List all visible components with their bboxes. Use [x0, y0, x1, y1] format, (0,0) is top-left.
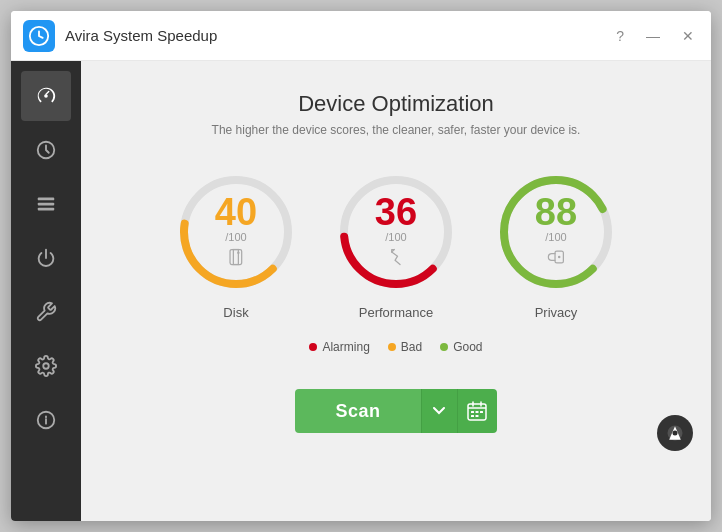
- disk-gauge-center: 40 /100: [215, 193, 257, 271]
- performance-gauge: 36 /100 Performance: [331, 167, 461, 320]
- minimize-button[interactable]: —: [641, 26, 665, 46]
- info-icon: [35, 409, 57, 431]
- svg-rect-22: [471, 411, 474, 413]
- sidebar: [11, 61, 81, 521]
- svg-rect-23: [476, 411, 479, 413]
- clock-icon: [35, 139, 57, 161]
- main-window: Avira System Speedup ? — ✕: [11, 11, 711, 521]
- main-layout: Device Optimization The higher the devic…: [11, 61, 711, 521]
- sidebar-item-startup[interactable]: [21, 233, 71, 283]
- legend-alarming: Alarming: [309, 340, 369, 354]
- close-button[interactable]: ✕: [677, 26, 699, 46]
- legend-alarming-label: Alarming: [322, 340, 369, 354]
- titlebar-controls: ? — ✕: [611, 26, 699, 46]
- performance-score: 36: [375, 193, 417, 231]
- svg-point-12: [237, 252, 240, 255]
- disk-label: Disk: [223, 305, 248, 320]
- performance-label: Performance: [359, 305, 433, 320]
- settings-icon: [35, 355, 57, 377]
- privacy-gauge-circle: 88 /100: [491, 167, 621, 297]
- privacy-icon: [535, 247, 577, 271]
- help-button[interactable]: ?: [611, 26, 629, 46]
- window-title: Avira System Speedup: [65, 27, 611, 44]
- page-title: Device Optimization: [298, 91, 494, 117]
- disk-gauge-circle: 40 /100: [171, 167, 301, 297]
- svg-rect-10: [230, 250, 242, 265]
- privacy-gauge-center: 88 /100: [535, 193, 577, 271]
- svg-rect-24: [480, 411, 483, 413]
- privacy-score: 88: [535, 193, 577, 231]
- sidebar-item-info[interactable]: [21, 395, 71, 445]
- sidebar-item-speedup[interactable]: [21, 71, 71, 121]
- legend-bad-dot: [388, 343, 396, 351]
- svg-point-18: [558, 256, 561, 259]
- scan-bar: Scan: [101, 374, 691, 448]
- scan-dropdown-button[interactable]: [421, 389, 457, 433]
- svg-point-20: [673, 431, 678, 436]
- disk-score: 40: [215, 193, 257, 231]
- gauges-row: 40 /100 Disk: [171, 167, 621, 320]
- disk-gauge: 40 /100 Disk: [171, 167, 301, 320]
- titlebar: Avira System Speedup ? — ✕: [11, 11, 711, 61]
- modules-icon: [35, 193, 57, 215]
- svg-rect-4: [38, 203, 55, 206]
- disk-icon: [215, 247, 257, 271]
- scan-button-group: Scan: [295, 389, 496, 433]
- performance-icon: [375, 247, 417, 271]
- chevron-down-icon: [433, 407, 445, 415]
- speedometer-icon: [35, 85, 57, 107]
- performance-gauge-circle: 36 /100: [331, 167, 461, 297]
- legend-good: Good: [440, 340, 482, 354]
- calendar-icon: [467, 401, 487, 421]
- sidebar-item-clock[interactable]: [21, 125, 71, 175]
- privacy-gauge: 88 /100 Privacy: [491, 167, 621, 320]
- avira-badge[interactable]: [657, 415, 693, 451]
- startup-icon: [35, 247, 57, 269]
- legend-alarming-dot: [309, 343, 317, 351]
- scan-calendar-button[interactable]: [457, 389, 497, 433]
- sidebar-item-modules[interactable]: [21, 179, 71, 229]
- page-subtitle: The higher the device scores, the cleane…: [212, 123, 581, 137]
- tools-icon: [35, 301, 57, 323]
- legend-good-dot: [440, 343, 448, 351]
- svg-point-6: [43, 363, 49, 369]
- svg-rect-5: [38, 208, 55, 211]
- privacy-label: Privacy: [535, 305, 578, 320]
- scan-button[interactable]: Scan: [295, 389, 420, 433]
- legend-good-label: Good: [453, 340, 482, 354]
- sidebar-item-settings[interactable]: [21, 341, 71, 391]
- sidebar-item-tools[interactable]: [21, 287, 71, 337]
- svg-rect-3: [38, 198, 55, 201]
- legend-bad: Bad: [388, 340, 422, 354]
- legend: Alarming Bad Good: [309, 340, 482, 354]
- performance-gauge-center: 36 /100: [375, 193, 417, 271]
- app-icon: [23, 20, 55, 52]
- content-area: Device Optimization The higher the devic…: [81, 61, 711, 521]
- avira-logo-icon: [665, 423, 685, 443]
- svg-rect-25: [471, 415, 474, 417]
- svg-rect-26: [476, 415, 479, 417]
- legend-bad-label: Bad: [401, 340, 422, 354]
